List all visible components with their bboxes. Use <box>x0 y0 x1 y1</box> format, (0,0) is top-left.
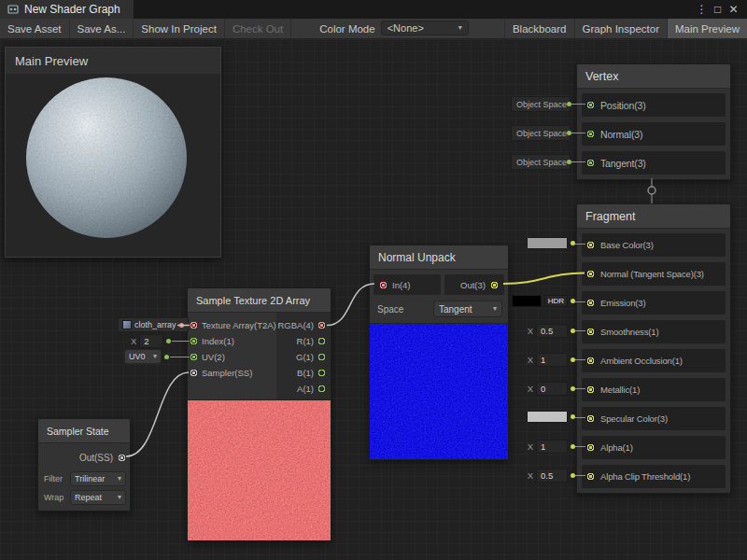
base-color-swatch[interactable] <box>527 237 568 249</box>
title-bar: New Shader Graph ⋮ □ ✕ <box>0 0 747 19</box>
b-output-port-icon[interactable] <box>317 369 326 377</box>
filter-value: Trilinear <box>75 474 105 483</box>
alpha-clip-default-widget: X 0.5 <box>528 469 575 483</box>
close-icon[interactable]: ✕ <box>726 0 741 19</box>
color-mode-dropdown[interactable]: <None> ▾ <box>381 21 469 35</box>
input-row-texture-array: Texture Array(T2A) <box>190 317 276 333</box>
normal-input-port-icon[interactable] <box>586 130 595 138</box>
port-label: B(1) <box>297 368 314 378</box>
uv-default-widget: UV0 ▾ <box>124 349 169 364</box>
save-asset-button[interactable]: Save Asset <box>0 19 70 38</box>
main-preview-panel[interactable]: Main Preview <box>5 47 221 258</box>
uv-channel-dropdown[interactable]: UV0 ▾ <box>124 349 162 364</box>
port-label: Base Color(3) <box>600 240 654 250</box>
main-preview-header[interactable]: Main Preview <box>6 48 220 74</box>
emission-color-swatch[interactable] <box>512 295 542 307</box>
port-label: Ambient Occlusion(1) <box>600 356 683 366</box>
caret-down-icon: ▾ <box>118 475 121 483</box>
tangent-space-dropdown[interactable]: Object Space <box>511 154 571 170</box>
graph-inspector-toggle-button[interactable]: Graph Inspector <box>574 19 667 38</box>
uv-input-port-icon[interactable] <box>190 353 198 361</box>
port-label: Specular Color(3) <box>600 413 668 424</box>
port-label: In(4) <box>392 280 411 290</box>
vertex-node-header[interactable]: Vertex <box>577 64 730 89</box>
alpha-port-icon[interactable] <box>586 443 595 452</box>
normal-space-dropdown[interactable]: Object Space <box>511 125 571 141</box>
save-as-button[interactable]: Save As... <box>70 19 134 38</box>
ambient-occlusion-port-icon[interactable] <box>586 357 595 365</box>
index-input-port-icon[interactable] <box>190 337 198 345</box>
metallic-port-icon[interactable] <box>586 385 595 394</box>
alpha-value-field[interactable]: 1 <box>536 440 568 454</box>
port-label: Alpha Clip Threshold(1) <box>600 471 690 482</box>
specular-color-swatch[interactable] <box>527 411 568 423</box>
out-output-port-icon[interactable] <box>490 281 499 289</box>
index-default-widget: X 2 <box>131 334 171 348</box>
output-row-out: Out(3) <box>444 274 504 295</box>
port-label: Metallic(1) <box>600 385 640 395</box>
r-output-port-icon[interactable] <box>317 337 326 345</box>
port-row-emission: Emission(3) <box>582 291 726 315</box>
position-space-dropdown[interactable]: Object Space <box>511 96 571 112</box>
texture-array-object-field[interactable]: cloth_array <box>118 317 189 332</box>
space-label: Space <box>377 304 403 315</box>
sampler-state-header[interactable]: Sampler State <box>38 419 130 443</box>
space-dropdown[interactable]: Tangent ▾ <box>433 301 502 317</box>
index-value-field[interactable]: 2 <box>139 334 163 348</box>
g-output-port-icon[interactable] <box>317 353 326 361</box>
uv-channel-value: UV0 <box>129 352 146 361</box>
main-preview-toggle-button[interactable]: Main Preview <box>667 19 747 38</box>
normal-unpack-node[interactable]: Normal Unpack In(4) Out(3) Space Tangent… <box>369 245 509 460</box>
position-input-port-icon[interactable] <box>586 101 595 109</box>
menu-icon[interactable]: ⋮ <box>694 0 710 19</box>
alpha-clip-threshold-port-icon[interactable] <box>586 472 595 481</box>
out-ss-output-port-icon[interactable] <box>118 454 126 462</box>
port-stub-icon <box>567 102 571 106</box>
sampler-state-node[interactable]: Sampler State Out(SS) Filter Trilinear ▾… <box>37 418 131 511</box>
output-row-r: R(1) <box>276 333 326 349</box>
sample-node-ports: Texture Array(T2A) Index(1) UV(2) Sample… <box>188 313 331 399</box>
port-row-specular-color: Specular Color(3) <box>582 407 726 430</box>
ambient-occlusion-value-field[interactable]: 1 <box>536 353 568 367</box>
normal-unpack-header[interactable]: Normal Unpack <box>370 245 508 270</box>
shader-graph-tab[interactable]: New Shader Graph <box>0 0 134 19</box>
port-row-smoothness: Smoothness(1) <box>582 320 726 343</box>
check-out-button: Check Out <box>225 19 291 38</box>
maximize-icon[interactable]: □ <box>710 0 726 19</box>
wrap-field-row: Wrap Repeat ▾ <box>44 490 126 505</box>
port-stub-icon <box>164 355 169 359</box>
alpha-clip-value-field[interactable]: 0.5 <box>536 469 568 483</box>
blackboard-toggle-button[interactable]: Blackboard <box>504 19 574 38</box>
a-output-port-icon[interactable] <box>317 385 326 393</box>
port-label: Position(3) <box>600 100 646 111</box>
emission-port-icon[interactable] <box>586 299 595 307</box>
show-in-project-button[interactable]: Show In Project <box>134 19 225 38</box>
texture-array-input-port-icon[interactable] <box>190 321 198 329</box>
port-label: Smoothness(1) <box>600 327 658 337</box>
tangent-input-port-icon[interactable] <box>586 159 595 167</box>
filter-dropdown[interactable]: Trilinear ▾ <box>70 471 126 486</box>
sample-texture-2d-array-node[interactable]: Sample Texture 2D Array Texture Array(T2… <box>187 287 331 541</box>
panel-title: Main Preview <box>15 54 88 68</box>
fragment-node[interactable]: Fragment Base Color(3) Normal (Tangent S… <box>576 203 731 494</box>
in-input-port-icon[interactable] <box>379 281 388 289</box>
smoothness-port-icon[interactable] <box>586 328 595 336</box>
wrap-dropdown[interactable]: Repeat ▾ <box>70 490 126 505</box>
sampler-input-port-icon[interactable] <box>190 369 198 377</box>
port-label: Alpha(1) <box>600 442 633 453</box>
rgba-output-port-icon[interactable] <box>317 321 326 329</box>
axis-label: X <box>528 355 533 365</box>
base-color-port-icon[interactable] <box>586 241 595 249</box>
caret-down-icon: ▾ <box>118 494 121 501</box>
vertex-node[interactable]: Vertex Position(3) Normal(3) Tangent(3) <box>576 63 731 180</box>
specular-color-port-icon[interactable] <box>586 414 595 423</box>
sample-node-header[interactable]: Sample Texture 2D Array <box>188 288 331 313</box>
smoothness-value-field[interactable]: 0.5 <box>536 324 568 338</box>
axis-label: X <box>528 470 533 481</box>
metallic-value-field[interactable]: 0 <box>536 382 568 396</box>
fragment-node-header[interactable]: Fragment <box>577 204 730 229</box>
port-row-position: Position(3) <box>582 93 726 117</box>
port-stub-icon <box>571 473 575 478</box>
normal-tangent-port-icon[interactable] <box>586 270 595 278</box>
node-title: Sample Texture 2D Array <box>196 295 310 306</box>
